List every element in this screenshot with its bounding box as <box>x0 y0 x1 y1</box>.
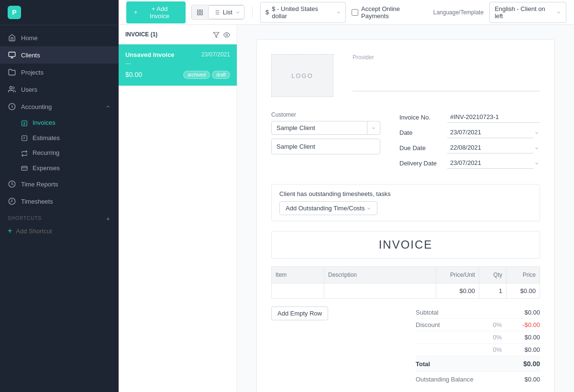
currency-selector[interactable]: $ $ - United States dollar <box>260 2 346 23</box>
delivery-date-dropdown-button[interactable] <box>533 160 540 167</box>
tax2-value: $0.00 <box>502 346 540 353</box>
svg-rect-8 <box>197 10 199 12</box>
sidebar-item-timesheets[interactable]: Timesheets <box>0 193 119 210</box>
currency-icon: $ <box>265 9 269 16</box>
invoice-no-row: Invoice No. <box>399 111 540 123</box>
invoice-panel-title: INVOICE (1) <box>125 31 157 38</box>
add-invoice-button[interactable]: + + Add Invoice <box>126 1 186 23</box>
delivery-date-row: Delivery Date <box>399 157 540 169</box>
estimates-icon <box>21 134 28 142</box>
language-label: Language/Template <box>433 9 484 16</box>
subtotal-label: Subtotal <box>416 309 502 316</box>
table-row: $0.00 <box>272 283 540 299</box>
discount-label: Discount <box>416 321 478 328</box>
customer-label: Customer <box>271 111 380 118</box>
date-input[interactable] <box>447 127 533 138</box>
add-outstanding-button[interactable]: Add Outstanding Time/Costs <box>279 201 377 215</box>
sidebar-item-clients[interactable]: Clients <box>0 46 119 64</box>
chevron-down-icon <box>534 146 539 151</box>
list-icon <box>213 9 220 16</box>
grid-icon <box>197 9 203 16</box>
logo-upload[interactable]: LOGO <box>271 54 333 97</box>
column-header-description: Description <box>324 267 436 283</box>
subtotal-row: Subtotal $0.00 <box>416 306 540 319</box>
svg-rect-9 <box>200 10 202 12</box>
provider-input[interactable] <box>353 63 540 91</box>
sidebar-item-estimates[interactable]: Estimates <box>21 131 119 146</box>
total-value: $0.00 <box>502 360 540 368</box>
recurring-icon <box>21 149 28 157</box>
invoice-card-name: Unsaved Invoice <box>125 51 175 58</box>
topbar: + + Add Invoice List $ $ - United States… <box>119 0 574 25</box>
clients-icon <box>8 51 16 59</box>
customer-name-input[interactable] <box>271 139 380 154</box>
accept-payments-toggle[interactable]: Accept Online Payments <box>352 5 427 20</box>
plus-icon: + <box>8 227 12 235</box>
accounting-submenu: Invoices Estimates Recurring Expenses <box>0 115 119 175</box>
invoice-form: LOGO Provider Customer <box>256 39 555 392</box>
invoice-card[interactable]: Unsaved Invoice 23/07/2021 — $0.00 archi… <box>119 44 237 86</box>
add-row-button[interactable]: Add Empty Row <box>271 306 328 320</box>
item-cell[interactable] <box>272 283 324 299</box>
due-date-input[interactable] <box>447 142 533 153</box>
eye-icon[interactable] <box>223 31 230 38</box>
totals-table: Subtotal $0.00 Discount 0% -$0.00 0% $0.… <box>416 306 540 387</box>
sidebar-accounting-label: Accounting <box>21 103 52 110</box>
accept-payments-checkbox[interactable] <box>352 9 358 16</box>
logo-provider-section: LOGO Provider <box>271 54 540 97</box>
chevron-up-icon <box>105 104 111 109</box>
svg-point-19 <box>226 34 228 36</box>
sidebar-item-home[interactable]: Home <box>0 29 119 46</box>
invoice-card-footer: $0.00 archived draft <box>125 71 230 79</box>
date-row: Date <box>399 127 540 138</box>
invoice-title-row: INVOICE <box>271 231 540 259</box>
sidebar-item-expenses[interactable]: Expenses <box>21 161 119 176</box>
delivery-date-input[interactable] <box>447 157 533 169</box>
due-date-select <box>447 142 540 153</box>
description-input[interactable] <box>328 287 432 294</box>
column-header-price: Price <box>507 267 540 283</box>
invoice-detail: LOGO Provider Customer <box>237 25 574 392</box>
sidebar-item-invoices[interactable]: Invoices <box>21 115 119 131</box>
grid-view-button[interactable] <box>192 6 208 19</box>
column-header-price-unit: Price/Unit <box>436 267 479 283</box>
invoice-no-input[interactable] <box>447 111 540 123</box>
sidebar-item-recurring[interactable]: Recurring <box>21 145 119 161</box>
customer-invoice-section: Customer Invoice No. <box>271 111 540 173</box>
archived-badge: archived <box>183 71 210 79</box>
list-view-button[interactable]: List <box>208 5 244 19</box>
customer-dropdown-button[interactable] <box>367 121 380 135</box>
invoice-panel-header: INVOICE (1) <box>119 25 237 44</box>
customer-select-input[interactable] <box>271 121 367 135</box>
customer-select-row <box>271 121 380 135</box>
svg-rect-0 <box>9 52 15 56</box>
date-dropdown-button[interactable] <box>533 129 540 136</box>
item-input[interactable] <box>276 287 320 294</box>
shortcuts-label: SHORTCUTS ▲ <box>0 210 119 223</box>
qty-cell[interactable] <box>479 283 507 299</box>
price-unit-input[interactable] <box>440 287 475 294</box>
invoice-fields: Invoice No. Date <box>399 111 540 173</box>
column-header-qty: Qty <box>479 267 507 283</box>
sidebar-item-projects[interactable]: Projects <box>0 64 119 81</box>
projects-icon <box>8 68 16 76</box>
sidebar-item-time-reports[interactable]: Time Reports <box>0 175 119 193</box>
total-row: Total $0.00 <box>416 356 540 372</box>
due-date-dropdown-button[interactable] <box>533 144 540 152</box>
discount-value: -$0.00 <box>502 321 540 328</box>
chevron-down-icon <box>534 131 539 135</box>
add-shortcut-button[interactable]: + Add Shortcut <box>0 223 119 239</box>
sidebar: P Home Clients Projects <box>0 0 119 392</box>
price-unit-cell[interactable] <box>436 283 479 299</box>
invoice-table: Item Description Price/Unit Qty Price <box>271 266 540 299</box>
outstanding-message: Client has outstanding timesheets, tasks <box>279 190 532 197</box>
sidebar-item-users[interactable]: Users <box>0 81 119 98</box>
sidebar-logo: P <box>0 0 119 25</box>
subtotal-value: $0.00 <box>502 309 540 316</box>
language-selector[interactable]: English - Client on left <box>489 2 566 23</box>
qty-input[interactable] <box>483 287 502 294</box>
description-cell[interactable] <box>324 283 436 299</box>
svg-marker-18 <box>213 32 219 37</box>
sidebar-item-accounting[interactable]: Accounting <box>0 98 119 115</box>
filter-icon[interactable] <box>213 31 220 38</box>
